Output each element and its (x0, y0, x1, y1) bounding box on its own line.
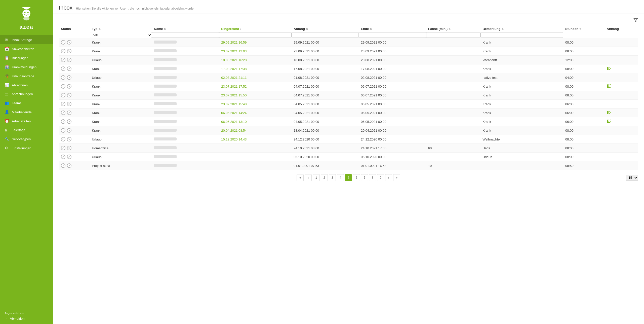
eingereicht-cell-14 (219, 161, 292, 170)
anfang-cell-8: 04.05.2021 00:00 (292, 109, 359, 117)
page-btn-6[interactable]: 6 (353, 174, 360, 181)
pause-cell-3 (426, 64, 480, 73)
bemerkung-filter-input[interactable] (480, 32, 563, 38)
page-btn-1[interactable]: 1 (313, 174, 320, 181)
approve-btn-4[interactable]: ✓ (61, 75, 65, 80)
first-page-button[interactable]: « (297, 174, 304, 181)
sidebar-item-label-feiertage: Feiertage (12, 128, 25, 132)
page-btn-4[interactable]: 4 (337, 174, 344, 181)
approve-btn-2[interactable]: ✓ (61, 58, 65, 62)
sidebar-item-einstellungen[interactable]: ⚙Einstellungen (0, 143, 53, 153)
reject-btn-6[interactable]: ✕ (67, 93, 71, 97)
stunden-cell-4: 04:00 (563, 73, 605, 82)
reject-btn-12[interactable]: ✕ (67, 146, 71, 150)
name-blur-1 (154, 49, 177, 52)
approve-btn-10[interactable]: ✓ (61, 128, 65, 133)
approve-btn-11[interactable]: ✓ (61, 137, 65, 141)
table-toolbar (59, 16, 638, 25)
th-pause: Pause (min.) ⇅ (426, 25, 480, 32)
approve-btn-12[interactable]: ✓ (61, 146, 65, 150)
sidebar: azea ✉Inbox/Anträge📅Abwesenheiten📋Buchun… (0, 0, 53, 324)
bemerkung-cell-7: Krank (480, 100, 563, 109)
ende-filter-input[interactable] (359, 32, 426, 38)
page-btn-3[interactable]: 3 (329, 174, 336, 181)
reject-btn-0[interactable]: ✕ (67, 40, 71, 45)
prev-page-button[interactable]: ‹ (305, 174, 312, 181)
last-page-button[interactable]: » (393, 174, 400, 181)
approve-btn-8[interactable]: ✓ (61, 111, 65, 115)
per-page-select[interactable]: 152550 (626, 175, 638, 181)
sidebar-item-buchungen[interactable]: 📋Buchungen (0, 53, 53, 62)
anhang-cell-3: 🖼 (605, 64, 638, 73)
name-blur-6 (154, 93, 177, 96)
page-btn-2[interactable]: 2 (321, 174, 328, 181)
pause-sort[interactable]: Pause (min.) ⇅ (428, 27, 451, 31)
status-cell-0: ✓✕ (59, 38, 90, 47)
sidebar-item-teams[interactable]: 👥Teams (0, 98, 53, 107)
sidebar-item-abwesenheiten[interactable]: 📅Abwesenheiten (0, 44, 53, 53)
status-cell-5: ✓✕ (59, 82, 90, 91)
reject-btn-2[interactable]: ✕ (67, 58, 71, 62)
status-cell-14: ✓✕ (59, 161, 90, 170)
sidebar-item-urlaubsantraege[interactable]: 🌴Urlaubsanträge (0, 71, 53, 81)
reject-btn-3[interactable]: ✕ (67, 66, 71, 71)
approve-btn-0[interactable]: ✓ (61, 40, 65, 45)
reject-btn-5[interactable]: ✕ (67, 84, 71, 89)
sidebar-item-inbox[interactable]: ✉Inbox/Anträge (0, 35, 53, 44)
eingereicht-filter-input[interactable] (219, 32, 292, 38)
sidebar-item-arbeitszeiten[interactable]: ⏰Arbeitszeiten (0, 117, 53, 126)
sidebar-item-servicetypen[interactable]: 🔧Servicetypen (0, 134, 53, 143)
sidebar-item-feiertage[interactable]: 🗓Feiertage (0, 126, 53, 134)
reject-btn-7[interactable]: ✕ (67, 102, 71, 106)
reject-btn-14[interactable]: ✕ (67, 163, 71, 168)
approve-btn-3[interactable]: ✓ (61, 66, 65, 71)
reject-btn-1[interactable]: ✕ (67, 49, 71, 53)
page-btn-5[interactable]: 5 (345, 174, 352, 181)
sidebar-item-mitarbeitende[interactable]: 👤Mitarbeitende (0, 107, 53, 117)
reject-btn-10[interactable]: ✕ (67, 128, 71, 133)
page-btn-7[interactable]: 7 (361, 174, 368, 181)
sidebar-item-krankmeldungen[interactable]: 🏥Krankmeldungen (0, 62, 53, 71)
typ-filter-select[interactable]: AlleKrankUrlaubHomeofficeProjekt azea (90, 32, 152, 38)
sidebar-item-abrechnen[interactable]: 📊Abrechnen (0, 81, 53, 90)
reject-btn-9[interactable]: ✕ (67, 119, 71, 124)
approve-btn-6[interactable]: ✓ (61, 93, 65, 97)
abmelden-item[interactable]: → Abmelden (5, 317, 48, 320)
approve-btn-1[interactable]: ✓ (61, 49, 65, 53)
bemerkung-sort[interactable]: Bemerkung ⇅ (482, 27, 504, 31)
page-btn-9[interactable]: 9 (377, 174, 384, 181)
reject-btn-13[interactable]: ✕ (67, 155, 71, 159)
th-ende: Ende ⇅ (359, 25, 426, 32)
stunden-cell-6: 08:00 (563, 91, 605, 100)
anfang-sort[interactable]: Anfang ⇅ (294, 27, 308, 31)
anfang-filter-input[interactable] (292, 32, 359, 38)
reject-btn-11[interactable]: ✕ (67, 137, 71, 141)
name-filter-input[interactable] (152, 32, 219, 38)
ende-sort[interactable]: Ende ⇅ (361, 27, 372, 31)
typ-cell-3: Krank (90, 64, 152, 73)
filter-button[interactable] (633, 18, 638, 23)
approve-btn-14[interactable]: ✓ (61, 163, 65, 168)
eingereicht-cell-8: 06.05.2021 14:24 (219, 109, 292, 117)
bemerkung-cell-2: Vacationtt (480, 56, 563, 64)
approve-btn-9[interactable]: ✓ (61, 119, 65, 124)
status-cell-3: ✓✕ (59, 64, 90, 73)
pause-cell-10 (426, 126, 480, 135)
eingereicht-sort[interactable]: Eingereicht ↓ (221, 27, 241, 31)
approve-btn-7[interactable]: ✓ (61, 102, 65, 106)
approve-btn-13[interactable]: ✓ (61, 155, 65, 159)
stunden-sort[interactable]: Stunden ⇅ (565, 27, 581, 31)
next-page-button[interactable]: › (385, 174, 392, 181)
page-btn-8[interactable]: 8 (369, 174, 376, 181)
reject-btn-8[interactable]: ✕ (67, 111, 71, 115)
buchungen-icon: 📋 (5, 56, 9, 60)
name-sort[interactable]: Name ⇅ (154, 27, 166, 31)
bemerkung-cell-9: Krank (480, 117, 563, 126)
sidebar-item-abrechnungen[interactable]: 🗃Abrechnungen (0, 90, 53, 98)
approve-btn-5[interactable]: ✓ (61, 84, 65, 89)
pause-cell-9 (426, 117, 480, 126)
reject-btn-4[interactable]: ✕ (67, 75, 71, 80)
status-cell-6: ✓✕ (59, 91, 90, 100)
pause-filter-input[interactable] (426, 32, 480, 38)
typ-sort[interactable]: Typ ⇅ (92, 27, 100, 31)
